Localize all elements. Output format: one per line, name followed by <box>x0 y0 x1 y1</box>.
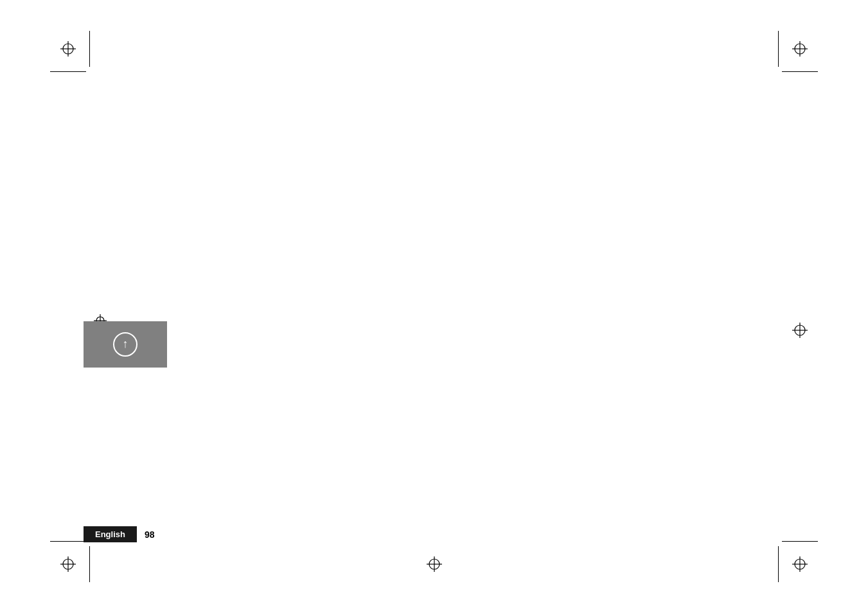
reg-mark-top-left <box>59 40 77 58</box>
reg-mark-bottom-center <box>425 555 443 573</box>
upload-icon: ↑ <box>113 332 137 357</box>
reg-mark-bottom-right <box>791 555 809 573</box>
upload-arrow-icon: ↑ <box>123 338 128 350</box>
reg-mark-bottom-left <box>59 555 77 573</box>
page: ↑ English 98 <box>0 0 868 613</box>
footer: English 98 <box>84 526 155 542</box>
page-number: 98 <box>145 529 155 540</box>
reg-mark-middle-right <box>791 321 809 339</box>
upload-box[interactable]: ↑ <box>84 321 167 368</box>
language-badge: English <box>84 526 137 542</box>
reg-mark-top-right <box>791 40 809 58</box>
